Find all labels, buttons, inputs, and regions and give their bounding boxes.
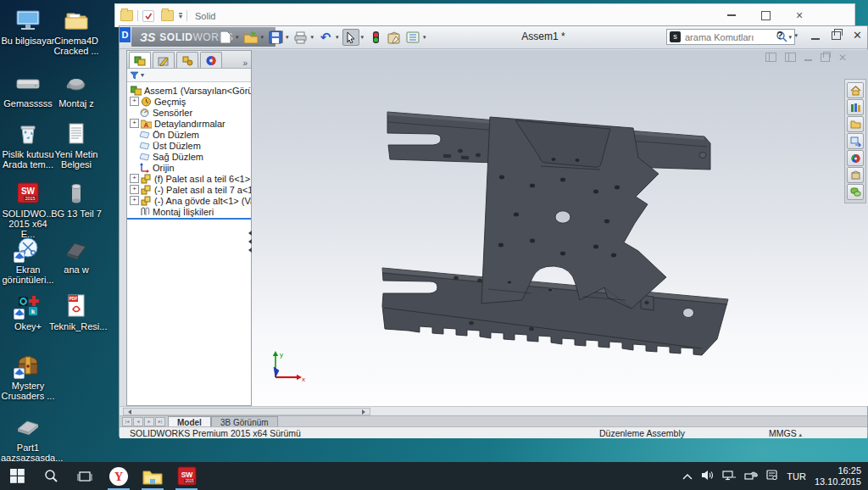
- desktop-icon-recycle-bin[interactable]: Pislik kutusu Arada tem...: [1, 120, 55, 170]
- language-indicator[interactable]: TUR: [787, 471, 806, 482]
- appearances-icon[interactable]: [847, 150, 864, 166]
- close-icon[interactable]: ×: [796, 10, 803, 20]
- open-icon[interactable]: [242, 29, 259, 46]
- tree-item-history[interactable]: + Geçmiş: [127, 96, 251, 107]
- menu-fragment[interactable]: D: [120, 27, 131, 42]
- desktop-icon-bg13[interactable]: BG 13 Teil 7: [49, 180, 103, 219]
- desktop-icon-solidworks-setup[interactable]: SW2015 SOLIDWO... 2015 x64 E...: [1, 180, 55, 239]
- start-button[interactable]: [0, 462, 34, 490]
- search-input[interactable]: [683, 31, 776, 43]
- document-title: Assem1 *: [476, 31, 611, 42]
- restore-icon[interactable]: [832, 31, 841, 40]
- expand-icon[interactable]: +: [130, 185, 139, 194]
- desktop-icon-ana-w[interactable]: ana w: [49, 236, 103, 275]
- annotations-icon: A: [141, 119, 152, 129]
- desktop-icon-new-text-doc[interactable]: Yeni Metin Belgesi: [49, 120, 103, 170]
- desktop-icon-cinema4d[interactable]: Cinema4D Cracked ...: [49, 7, 103, 56]
- tree-item-top-plane[interactable]: Üst Düzlem: [127, 140, 251, 151]
- document-window-controls: ✕: [765, 53, 847, 62]
- expand-icon[interactable]: +: [130, 119, 139, 128]
- desktop-icon-okey[interactable]: k Okey+: [1, 292, 55, 331]
- rebuild-traffic-light-icon[interactable]: [367, 29, 384, 46]
- home-icon[interactable]: [847, 82, 864, 98]
- folder-icon[interactable]: [161, 10, 174, 21]
- panel-tabs-overflow-icon[interactable]: »: [242, 58, 248, 68]
- taskbar-search-icon[interactable]: [34, 462, 68, 490]
- tree-item-annotations[interactable]: + A Detaylandırmalar: [127, 118, 251, 129]
- document-close-icon[interactable]: ✕: [838, 53, 847, 62]
- tab-feature-manager[interactable]: [129, 52, 151, 68]
- taskbar-solidworks[interactable]: SW2015: [170, 462, 203, 490]
- minimize-icon[interactable]: [811, 38, 820, 40]
- tree-item-origin[interactable]: Orijin: [127, 162, 251, 173]
- history-icon: [141, 97, 152, 107]
- tree-filter-row[interactable]: ▾: [127, 69, 251, 82]
- expand-icon[interactable]: +: [130, 196, 139, 205]
- tab-configuration-manager[interactable]: [176, 52, 198, 68]
- split-view-icon[interactable]: [785, 53, 796, 62]
- ds-logo-mark: ЗS: [140, 31, 155, 44]
- split-view-icon[interactable]: [765, 53, 776, 62]
- command-search[interactable]: s ▾: [666, 29, 795, 45]
- snipping-tool-icon: [14, 236, 42, 263]
- status-units[interactable]: MMGS ▴: [769, 428, 802, 438]
- print-icon[interactable]: [292, 29, 309, 46]
- checkbox-icon[interactable]: [142, 10, 154, 22]
- taskbar-clock[interactable]: 16:25 13.10.2015: [815, 465, 861, 487]
- maximize-icon[interactable]: [761, 11, 771, 20]
- action-center-icon[interactable]: [766, 469, 778, 484]
- file-properties-icon[interactable]: [386, 29, 403, 46]
- minimize-icon[interactable]: [727, 14, 736, 16]
- tree-item-mates[interactable]: Montaj İlişkileri: [127, 206, 251, 217]
- background-window-titlebar[interactable]: ▾ Solid ×: [114, 3, 855, 27]
- options-list-icon[interactable]: [404, 29, 421, 46]
- tree-item-part-teil7[interactable]: + (-) Palet asıl a teil 7 a<1> (V: [127, 184, 251, 195]
- document-restore-icon[interactable]: [821, 53, 830, 62]
- new-document-icon[interactable]: [217, 29, 234, 46]
- graphics-viewport[interactable]: y x ✕: [252, 50, 868, 406]
- select-cursor-icon[interactable]: [342, 29, 359, 46]
- desktop-icon-this-pc[interactable]: Bu bilgisayar: [1, 7, 55, 46]
- tree-item-right-plane[interactable]: Sağ Düzlem: [127, 151, 251, 162]
- desktop-icon-screenshots[interactable]: Ekran görüntüleri...: [1, 236, 55, 285]
- task-view-icon[interactable]: [68, 462, 102, 490]
- tab-property-manager[interactable]: [153, 52, 175, 68]
- gray-beam-part-icon: [14, 414, 42, 441]
- view-palette-icon[interactable]: [847, 133, 864, 149]
- tree-item-sensors[interactable]: Sensörler: [127, 107, 251, 118]
- network-icon[interactable]: [722, 469, 736, 484]
- folder-icon[interactable]: [120, 10, 133, 21]
- taskbar-file-explorer[interactable]: [136, 462, 170, 490]
- panel-splitter-handle[interactable]: [246, 227, 252, 256]
- computer-icon: [14, 7, 42, 34]
- tab-display-manager[interactable]: [200, 52, 222, 68]
- desktop-icon-gemasssss[interactable]: Gemasssss: [1, 70, 55, 109]
- expand-icon[interactable]: +: [130, 97, 139, 106]
- custom-properties-icon[interactable]: [847, 167, 864, 183]
- volume-icon[interactable]: [701, 469, 714, 484]
- svg-text:2015: 2015: [185, 479, 194, 483]
- undo-icon[interactable]: ↶: [317, 29, 334, 46]
- help-icon[interactable]: ?: [776, 30, 782, 42]
- desktop-icon-part1[interactable]: Part1 aazsazsasda...: [1, 414, 55, 463]
- desktop-icon-mystery-crusaders[interactable]: Mystery Crusaders ...: [1, 352, 55, 401]
- file-explorer-icon[interactable]: [847, 116, 864, 132]
- save-icon[interactable]: [267, 29, 284, 46]
- expand-icon[interactable]: +: [130, 174, 139, 183]
- document-minimize-icon[interactable]: [804, 59, 812, 61]
- tray-chevron-up-icon[interactable]: [682, 469, 693, 484]
- tree-item-part-ana-govde[interactable]: + (-) Ana gövde alt<1> (Varsa: [127, 195, 251, 206]
- plane-icon: [139, 130, 150, 140]
- desktop-icon-montaj-z[interactable]: Montaj z: [49, 70, 103, 109]
- tree-item-assembly-root[interactable]: Assem1 (Varsayılan<Görüntü D: [127, 85, 251, 96]
- tree-horizontal-scrollbar[interactable]: [123, 408, 370, 415]
- toolbar-dropdown-icon[interactable]: ▾: [179, 13, 182, 19]
- taskbar-yandex-browser[interactable]: Y: [102, 462, 136, 490]
- close-icon[interactable]: ✕: [853, 31, 862, 41]
- forum-icon[interactable]: [847, 184, 864, 200]
- tree-item-front-plane[interactable]: Ön Düzlem: [127, 129, 251, 140]
- tree-item-part-teil6[interactable]: + (f) Palet asıl a teil 6<1> (Var: [127, 173, 251, 184]
- design-library-icon[interactable]: [847, 99, 864, 115]
- desktop-icon-teknik-resim[interactable]: PDF Teknik_Resi...: [49, 292, 103, 331]
- cloud-sync-icon[interactable]: [744, 469, 758, 484]
